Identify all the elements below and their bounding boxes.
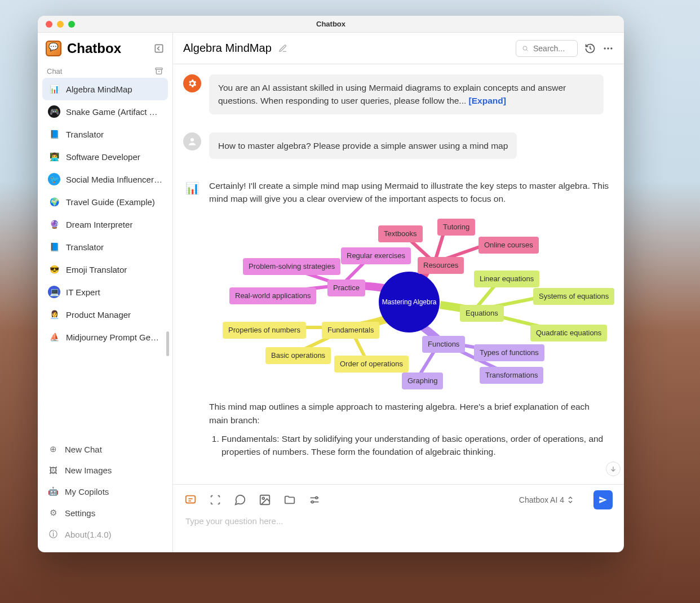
- attach-image-icon[interactable]: [259, 494, 271, 506]
- composer-toolbar: Chatbox AI 4: [184, 490, 613, 509]
- message-input[interactable]: [184, 515, 613, 541]
- svg-point-4: [607, 47, 609, 49]
- history-icon[interactable]: [584, 43, 596, 54]
- search-input[interactable]: [532, 43, 571, 54]
- person-icon: 👩‍💼: [48, 308, 60, 321]
- sidebar-item-it-expert[interactable]: 💻 IT Expert: [42, 281, 168, 303]
- sidebar-section-header: Chat: [41, 63, 169, 78]
- sidebar-item-social-media[interactable]: 🐦 Social Media Influencer (E…: [42, 168, 168, 190]
- svg-point-5: [610, 47, 612, 49]
- sidebar-item-label: Snake Game (Artifact Exa…: [66, 107, 162, 117]
- mindmap-center-node: Mastering Algebra: [379, 272, 440, 332]
- more-menu-icon[interactable]: [602, 43, 614, 54]
- sidebar-item-travel-guide[interactable]: 🌍 Travel Guide (Example): [42, 190, 168, 213]
- developer-icon: 👨‍💻: [48, 150, 60, 163]
- attach-file-icon[interactable]: [283, 494, 296, 506]
- user-message-bubble: How to master algebra? Please provide a …: [209, 132, 517, 159]
- assistant-intro-text: Certainly! I'll create a simple mind map…: [209, 179, 610, 206]
- sunglasses-icon: 😎: [48, 263, 60, 276]
- assistant-outro-text: This mind map outlines a simple approach…: [209, 400, 610, 427]
- new-images-button[interactable]: 🖼 New Images: [42, 460, 168, 481]
- footer-item-label: New Chat: [65, 445, 102, 454]
- sidebar-item-software-developer[interactable]: 👨‍💻 Software Developer: [42, 145, 168, 168]
- gear-icon: ⚙: [48, 508, 58, 518]
- crystal-ball-icon: 🔮: [48, 218, 60, 230]
- system-message-text: You are an AI assistant skilled in using…: [218, 83, 566, 105]
- sidebar-item-midjourney[interactable]: ⛵ Midjourney Prompt Gener…: [42, 326, 168, 348]
- plus-icon: ⊕: [48, 444, 58, 454]
- game-icon: 🎮: [48, 105, 60, 118]
- sidebar-item-snake-game[interactable]: 🎮 Snake Game (Artifact Exa…: [42, 100, 168, 123]
- sidebar-footer: ⊕ New Chat 🖼 New Images 🤖 My Copilots ⚙ …: [41, 437, 169, 547]
- sidebar-item-product-manager[interactable]: 👩‍💼 Product Manager: [42, 303, 168, 326]
- footer-item-label: Settings: [65, 508, 95, 518]
- model-selector[interactable]: Chatbox AI 4: [519, 495, 573, 504]
- sidebar-item-label: Translator: [66, 130, 104, 139]
- titlebar: Chatbox: [38, 16, 624, 33]
- settings-button[interactable]: ⚙ Settings: [42, 502, 168, 524]
- tune-icon[interactable]: [308, 494, 321, 506]
- assistant-message-row: 📊 Certainly! I'll create a simple mind m…: [183, 179, 610, 464]
- bullet-item: Fundamentals: Start by solidifying your …: [221, 432, 610, 459]
- mindmap-leaf: Graphing: [402, 373, 443, 389]
- user-avatar-icon: [183, 132, 201, 150]
- mindmap-leaf: Types of functions: [474, 344, 544, 361]
- conversation-scroll[interactable]: You are an AI assistant skilled in using…: [173, 64, 624, 484]
- sidebar-item-label: Algebra MindMap: [66, 85, 132, 94]
- sidebar-item-emoji-translator[interactable]: 😎 Emoji Translator: [42, 258, 168, 281]
- system-message-row: You are an AI assistant skilled in using…: [183, 74, 610, 114]
- svg-point-9: [262, 497, 264, 499]
- assistant-avatar-icon: 📊: [183, 179, 201, 197]
- collapse-sidebar-icon[interactable]: [153, 43, 165, 54]
- quote-icon[interactable]: [234, 494, 246, 506]
- twitter-icon: 🐦: [48, 173, 60, 185]
- model-name: Chatbox AI 4: [519, 495, 564, 504]
- svg-point-6: [190, 138, 194, 141]
- sidebar-item-label: Software Developer: [66, 152, 140, 162]
- app-logo-icon: [46, 41, 61, 56]
- sidebar-item-algebra-mindmap[interactable]: 📊 Algebra MindMap: [42, 78, 168, 100]
- scrollbar-thumb[interactable]: [166, 331, 169, 356]
- sidebar-item-translator[interactable]: 📘 Translator: [42, 123, 168, 145]
- search-icon: [522, 45, 529, 52]
- my-copilots-button[interactable]: 🤖 My Copilots: [42, 481, 168, 502]
- archive-icon[interactable]: [154, 66, 163, 76]
- mindmap-node-equations: Equations: [460, 305, 504, 322]
- image-plus-icon: 🖼: [48, 465, 58, 475]
- select-region-icon[interactable]: [209, 494, 221, 506]
- svg-point-3: [604, 47, 606, 49]
- svg-rect-1: [156, 68, 162, 70]
- assistant-message-bubble: Certainly! I'll create a simple mind map…: [209, 179, 610, 464]
- sidebar-item-dream-interpreter[interactable]: 🔮 Dream Interpreter: [42, 213, 168, 236]
- system-message-bubble: You are an AI assistant skilled in using…: [209, 74, 604, 114]
- sidebar-item-label: Translator: [66, 242, 104, 252]
- sidebar-item-label: Emoji Translator: [66, 265, 127, 274]
- chart-icon: 📊: [48, 83, 60, 95]
- sidebar-item-label: Dream Interpreter: [66, 220, 132, 229]
- sidebar-item-label: Travel Guide (Example): [66, 197, 155, 207]
- chat-mode-icon[interactable]: [184, 494, 197, 506]
- edit-title-icon[interactable]: [278, 44, 287, 53]
- about-button[interactable]: ⓘ About(1.4.0): [42, 524, 168, 546]
- robot-icon: 🤖: [48, 486, 58, 496]
- svg-rect-7: [186, 496, 196, 503]
- boat-icon: ⛵: [48, 331, 60, 343]
- send-button[interactable]: [593, 490, 613, 509]
- composer: Chatbox AI 4: [173, 484, 624, 552]
- expand-system-link[interactable]: [Expand]: [469, 96, 506, 105]
- new-chat-button[interactable]: ⊕ New Chat: [42, 438, 168, 460]
- app-name: Chatbox: [67, 41, 121, 56]
- globe-icon: 🌍: [48, 196, 60, 208]
- search-box[interactable]: [516, 40, 578, 57]
- mindmap-leaf: Basic operations: [265, 347, 331, 364]
- svg-rect-0: [155, 45, 162, 52]
- brand-block: Chatbox: [41, 38, 169, 63]
- scroll-to-bottom-button[interactable]: [606, 462, 621, 476]
- user-message-row: How to master algebra? Please provide a …: [183, 132, 610, 159]
- sidebar-item-translator-2[interactable]: 📘 Translator: [42, 236, 168, 258]
- mindmap-leaf: Order of operations: [334, 356, 409, 373]
- assistant-bullets: Fundamentals: Start by solidifying your …: [209, 432, 610, 459]
- mindmap-leaf: Properties of numbers: [223, 322, 306, 339]
- mindmap-diagram: Mastering Algebra Resources Textbooks Tu…: [209, 212, 598, 392]
- sidebar-item-label: Social Media Influencer (E…: [66, 175, 162, 184]
